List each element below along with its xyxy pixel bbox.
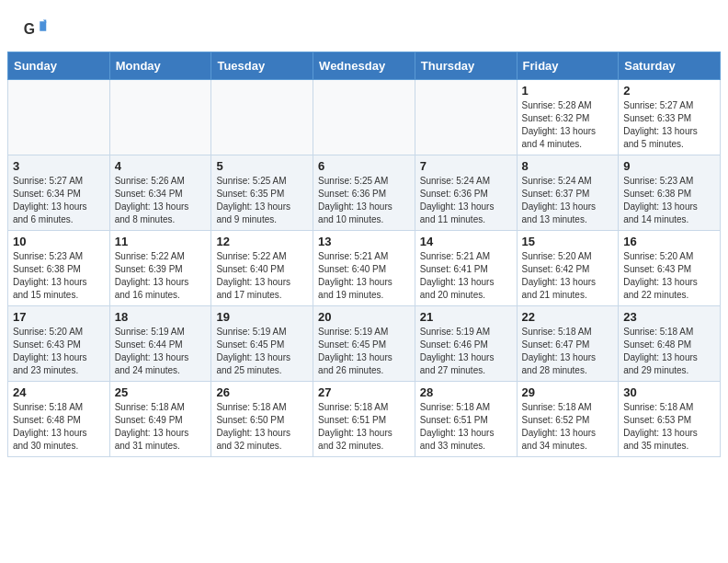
day-info: Sunrise: 5:27 AM Sunset: 6:34 PM Dayligh… bbox=[13, 175, 105, 226]
calendar-cell: 4Sunrise: 5:26 AM Sunset: 6:34 PM Daylig… bbox=[109, 155, 211, 231]
day-info: Sunrise: 5:19 AM Sunset: 6:45 PM Dayligh… bbox=[318, 326, 410, 377]
day-info: Sunrise: 5:21 AM Sunset: 6:41 PM Dayligh… bbox=[420, 250, 512, 302]
day-of-week-header: Sunday bbox=[8, 52, 110, 80]
calendar-cell: 9Sunrise: 5:23 AM Sunset: 6:38 PM Daylig… bbox=[619, 155, 721, 231]
calendar-cell: 23Sunrise: 5:18 AM Sunset: 6:48 PM Dayli… bbox=[619, 306, 721, 382]
day-number: 14 bbox=[420, 235, 512, 248]
day-number: 26 bbox=[216, 385, 308, 399]
day-info: Sunrise: 5:24 AM Sunset: 6:36 PM Dayligh… bbox=[420, 175, 512, 226]
calendar-cell: 16Sunrise: 5:20 AM Sunset: 6:43 PM Dayli… bbox=[619, 231, 721, 306]
day-number: 4 bbox=[115, 159, 207, 173]
day-number: 15 bbox=[522, 235, 614, 248]
day-number: 2 bbox=[623, 84, 715, 98]
header-row: SundayMondayTuesdayWednesdayThursdayFrid… bbox=[8, 52, 721, 80]
day-info: Sunrise: 5:18 AM Sunset: 6:49 PM Dayligh… bbox=[115, 401, 207, 453]
day-number: 17 bbox=[13, 310, 105, 324]
calendar-cell: 24Sunrise: 5:18 AM Sunset: 6:48 PM Dayli… bbox=[8, 382, 110, 457]
day-number: 5 bbox=[216, 159, 308, 173]
day-info: Sunrise: 5:28 AM Sunset: 6:32 PM Dayligh… bbox=[522, 99, 614, 151]
day-info: Sunrise: 5:18 AM Sunset: 6:53 PM Dayligh… bbox=[623, 401, 715, 453]
page-header: G bbox=[0, 0, 728, 52]
day-number: 27 bbox=[318, 385, 410, 399]
calendar-cell: 6Sunrise: 5:25 AM Sunset: 6:36 PM Daylig… bbox=[313, 155, 415, 231]
day-number: 29 bbox=[522, 385, 614, 399]
day-info: Sunrise: 5:19 AM Sunset: 6:45 PM Dayligh… bbox=[216, 326, 308, 377]
logo: G bbox=[22, 17, 51, 42]
calendar-cell: 19Sunrise: 5:19 AM Sunset: 6:45 PM Dayli… bbox=[211, 306, 313, 382]
day-number: 21 bbox=[420, 310, 512, 324]
calendar-cell: 5Sunrise: 5:25 AM Sunset: 6:35 PM Daylig… bbox=[211, 155, 313, 231]
day-of-week-header: Tuesday bbox=[211, 52, 313, 80]
calendar-cell: 21Sunrise: 5:19 AM Sunset: 6:46 PM Dayli… bbox=[415, 306, 517, 382]
day-info: Sunrise: 5:18 AM Sunset: 6:48 PM Dayligh… bbox=[623, 326, 715, 377]
calendar-container: SundayMondayTuesdayWednesdayThursdayFrid… bbox=[0, 52, 728, 465]
day-of-week-header: Saturday bbox=[619, 52, 721, 80]
day-of-week-header: Friday bbox=[517, 52, 619, 80]
calendar-table: SundayMondayTuesdayWednesdayThursdayFrid… bbox=[7, 52, 721, 457]
day-number: 18 bbox=[115, 310, 207, 324]
day-info: Sunrise: 5:18 AM Sunset: 6:47 PM Dayligh… bbox=[522, 326, 614, 377]
day-info: Sunrise: 5:20 AM Sunset: 6:43 PM Dayligh… bbox=[623, 250, 715, 302]
day-info: Sunrise: 5:18 AM Sunset: 6:50 PM Dayligh… bbox=[216, 401, 308, 453]
calendar-cell: 30Sunrise: 5:18 AM Sunset: 6:53 PM Dayli… bbox=[619, 382, 721, 457]
calendar-week-row: 10Sunrise: 5:23 AM Sunset: 6:38 PM Dayli… bbox=[8, 231, 721, 306]
calendar-cell bbox=[8, 80, 110, 155]
calendar-cell: 20Sunrise: 5:19 AM Sunset: 6:45 PM Dayli… bbox=[313, 306, 415, 382]
day-info: Sunrise: 5:25 AM Sunset: 6:36 PM Dayligh… bbox=[318, 175, 410, 226]
logo-icon: G bbox=[22, 17, 48, 42]
calendar-cell: 12Sunrise: 5:22 AM Sunset: 6:40 PM Dayli… bbox=[211, 231, 313, 306]
svg-marker-1 bbox=[40, 21, 46, 31]
day-number: 12 bbox=[216, 235, 308, 248]
day-number: 23 bbox=[623, 310, 715, 324]
day-number: 25 bbox=[115, 385, 207, 399]
day-info: Sunrise: 5:23 AM Sunset: 6:38 PM Dayligh… bbox=[623, 175, 715, 226]
day-info: Sunrise: 5:18 AM Sunset: 6:48 PM Dayligh… bbox=[13, 401, 105, 453]
day-info: Sunrise: 5:18 AM Sunset: 6:51 PM Dayligh… bbox=[318, 401, 410, 453]
day-info: Sunrise: 5:23 AM Sunset: 6:38 PM Dayligh… bbox=[13, 250, 105, 302]
calendar-cell: 26Sunrise: 5:18 AM Sunset: 6:50 PM Dayli… bbox=[211, 382, 313, 457]
calendar-cell: 7Sunrise: 5:24 AM Sunset: 6:36 PM Daylig… bbox=[415, 155, 517, 231]
calendar-week-row: 1Sunrise: 5:28 AM Sunset: 6:32 PM Daylig… bbox=[8, 80, 721, 155]
calendar-cell bbox=[313, 80, 415, 155]
calendar-cell: 25Sunrise: 5:18 AM Sunset: 6:49 PM Dayli… bbox=[109, 382, 211, 457]
day-number: 30 bbox=[623, 385, 715, 399]
day-number: 22 bbox=[522, 310, 614, 324]
day-info: Sunrise: 5:20 AM Sunset: 6:42 PM Dayligh… bbox=[522, 250, 614, 302]
day-of-week-header: Monday bbox=[109, 52, 211, 80]
calendar-cell: 17Sunrise: 5:20 AM Sunset: 6:43 PM Dayli… bbox=[8, 306, 110, 382]
day-number: 7 bbox=[420, 159, 512, 173]
day-info: Sunrise: 5:24 AM Sunset: 6:37 PM Dayligh… bbox=[522, 175, 614, 226]
calendar-cell: 1Sunrise: 5:28 AM Sunset: 6:32 PM Daylig… bbox=[517, 80, 619, 155]
calendar-cell: 29Sunrise: 5:18 AM Sunset: 6:52 PM Dayli… bbox=[517, 382, 619, 457]
day-of-week-header: Thursday bbox=[415, 52, 517, 80]
calendar-cell bbox=[109, 80, 211, 155]
calendar-cell: 2Sunrise: 5:27 AM Sunset: 6:33 PM Daylig… bbox=[619, 80, 721, 155]
day-number: 16 bbox=[623, 235, 715, 248]
day-info: Sunrise: 5:20 AM Sunset: 6:43 PM Dayligh… bbox=[13, 326, 105, 377]
calendar-cell: 11Sunrise: 5:22 AM Sunset: 6:39 PM Dayli… bbox=[109, 231, 211, 306]
calendar-week-row: 3Sunrise: 5:27 AM Sunset: 6:34 PM Daylig… bbox=[8, 155, 721, 231]
calendar-cell: 3Sunrise: 5:27 AM Sunset: 6:34 PM Daylig… bbox=[8, 155, 110, 231]
day-info: Sunrise: 5:19 AM Sunset: 6:46 PM Dayligh… bbox=[420, 326, 512, 377]
day-number: 9 bbox=[623, 159, 715, 173]
day-info: Sunrise: 5:18 AM Sunset: 6:51 PM Dayligh… bbox=[420, 401, 512, 453]
day-number: 28 bbox=[420, 385, 512, 399]
calendar-cell: 14Sunrise: 5:21 AM Sunset: 6:41 PM Dayli… bbox=[415, 231, 517, 306]
day-info: Sunrise: 5:18 AM Sunset: 6:52 PM Dayligh… bbox=[522, 401, 614, 453]
day-number: 1 bbox=[522, 84, 614, 98]
calendar-cell: 18Sunrise: 5:19 AM Sunset: 6:44 PM Dayli… bbox=[109, 306, 211, 382]
day-info: Sunrise: 5:25 AM Sunset: 6:35 PM Dayligh… bbox=[216, 175, 308, 226]
day-info: Sunrise: 5:22 AM Sunset: 6:40 PM Dayligh… bbox=[216, 250, 308, 302]
day-number: 24 bbox=[13, 385, 105, 399]
day-number: 10 bbox=[13, 235, 105, 248]
calendar-cell: 10Sunrise: 5:23 AM Sunset: 6:38 PM Dayli… bbox=[8, 231, 110, 306]
calendar-week-row: 24Sunrise: 5:18 AM Sunset: 6:48 PM Dayli… bbox=[8, 382, 721, 457]
calendar-cell: 15Sunrise: 5:20 AM Sunset: 6:42 PM Dayli… bbox=[517, 231, 619, 306]
day-number: 6 bbox=[318, 159, 410, 173]
day-number: 3 bbox=[13, 159, 105, 173]
day-number: 13 bbox=[318, 235, 410, 248]
day-number: 8 bbox=[522, 159, 614, 173]
calendar-cell bbox=[211, 80, 313, 155]
calendar-cell bbox=[415, 80, 517, 155]
calendar-cell: 22Sunrise: 5:18 AM Sunset: 6:47 PM Dayli… bbox=[517, 306, 619, 382]
